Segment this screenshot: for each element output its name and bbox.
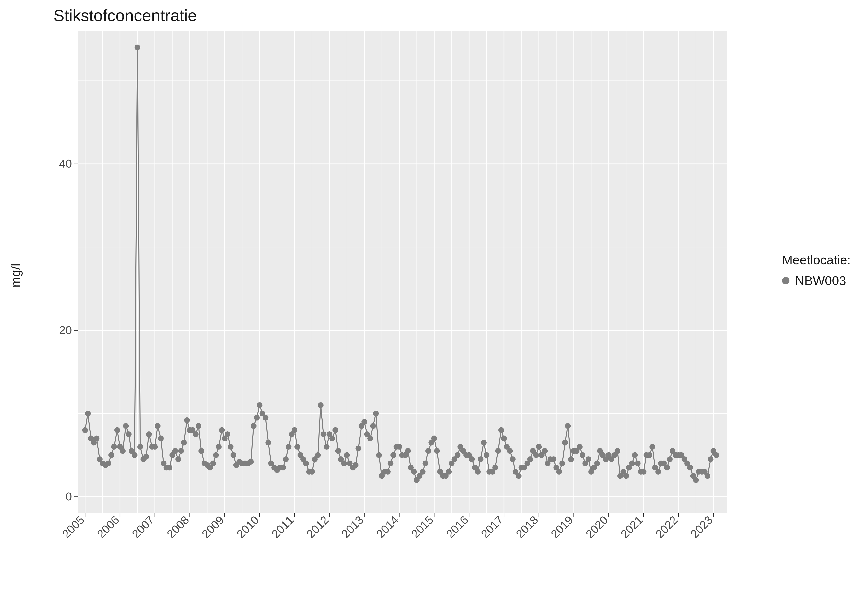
series-point (632, 452, 638, 458)
series-point (693, 477, 699, 483)
series-point (361, 419, 367, 424)
series-point (396, 444, 402, 450)
x-tick-label: 2015 (409, 513, 436, 541)
series-point (198, 448, 204, 454)
series-point (373, 411, 379, 416)
x-tick-label: 2023 (688, 513, 715, 541)
series-point (230, 452, 236, 458)
series-point (492, 465, 498, 470)
series-point (705, 473, 710, 479)
x-tick-label: 2013 (339, 513, 366, 541)
series-point (283, 456, 289, 462)
series-point (94, 435, 99, 441)
series-point (422, 460, 428, 466)
series-point (143, 454, 149, 460)
x-tick-label: 2008 (164, 513, 192, 541)
x-tick-label: 2020 (583, 513, 611, 541)
series-point (356, 446, 361, 451)
series-point (318, 402, 324, 408)
legend-title: Meetlocatie: (782, 253, 851, 267)
series-point (108, 452, 114, 458)
series-point (324, 444, 329, 450)
x-tick-label: 2022 (653, 513, 680, 541)
series-point (126, 431, 132, 437)
series-point (484, 452, 490, 458)
legend-series-label: NBW003 (795, 273, 846, 288)
x-tick-label: 2016 (444, 513, 471, 541)
series-point (565, 423, 571, 429)
series-point (353, 462, 359, 468)
series-point (641, 469, 646, 475)
series-point (495, 448, 501, 454)
series-point (286, 444, 291, 450)
series-point (586, 456, 591, 462)
series-point (551, 456, 556, 462)
legend-swatch-icon (782, 277, 789, 284)
series-point (114, 427, 120, 433)
series-point (446, 469, 452, 475)
series-point (195, 423, 202, 429)
series-point (309, 469, 315, 475)
series-point (629, 460, 635, 466)
series-point (280, 465, 286, 470)
series-point (263, 415, 268, 421)
series-point (635, 460, 641, 466)
chart-title: Stikstofconcentratie (54, 6, 197, 25)
series-point (498, 427, 504, 433)
series-point (370, 423, 376, 429)
series-point (335, 448, 341, 454)
series-point (580, 452, 586, 458)
series-point (213, 452, 219, 458)
series-point (507, 448, 513, 454)
series-point (175, 456, 181, 462)
series-point (533, 452, 539, 458)
series-point (178, 448, 184, 454)
series-point (257, 402, 262, 408)
series-point (303, 460, 309, 466)
x-tick-label: 2009 (199, 513, 227, 541)
series-point (568, 456, 574, 462)
series-point (516, 473, 521, 479)
x-tick-label: 2021 (618, 513, 646, 541)
series-point (667, 456, 673, 462)
series-point (146, 431, 152, 437)
x-tick-label: 2006 (94, 513, 122, 541)
series-point (219, 427, 225, 433)
x-tick-label: 2010 (234, 513, 261, 541)
series-point (501, 435, 507, 441)
legend-item: NBW003 (782, 273, 851, 288)
y-tick-label: 0 (66, 490, 72, 503)
x-tick-label: 2007 (129, 513, 157, 541)
series-point (475, 469, 480, 475)
series-point (420, 469, 425, 475)
series-point (431, 435, 437, 441)
x-tick-label: 2019 (548, 513, 576, 541)
series-point (137, 444, 143, 450)
series-point (155, 423, 161, 429)
series-point (184, 417, 190, 423)
series-point (388, 460, 394, 466)
series-point (181, 440, 187, 446)
series-point (82, 427, 88, 433)
series-point (210, 460, 216, 466)
plot-area: 0204020052006200720082009201020112012201… (54, 29, 731, 542)
series-point (251, 423, 257, 429)
x-tick-label: 2011 (269, 513, 296, 541)
series-point (254, 415, 260, 421)
series-point (655, 469, 661, 475)
series-point (132, 452, 137, 458)
series-point (391, 452, 396, 458)
series-point (225, 431, 230, 437)
series-point (614, 448, 620, 454)
y-tick-label: 20 (59, 324, 72, 336)
series-point (216, 444, 222, 450)
series-point (649, 444, 655, 450)
series-point (228, 444, 233, 450)
series-point (123, 423, 129, 429)
series-point (329, 435, 335, 441)
series-point (687, 465, 693, 470)
series-point (542, 448, 548, 454)
series-point (559, 460, 565, 466)
y-tick-label: 40 (59, 157, 72, 170)
x-tick-label: 2017 (479, 513, 506, 541)
